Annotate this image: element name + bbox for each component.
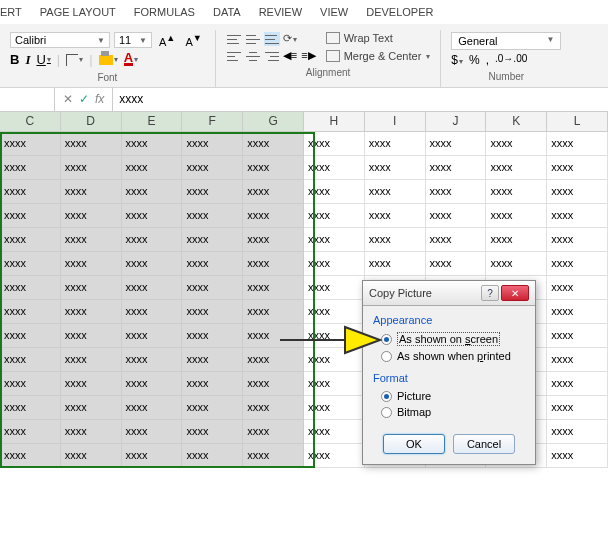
cell[interactable]: xxxx <box>304 420 365 444</box>
font-size-dropdown[interactable]: 11▼ <box>114 32 152 48</box>
align-right-icon[interactable] <box>264 49 280 63</box>
cell[interactable]: xxxx <box>122 276 183 300</box>
cell[interactable]: xxxx <box>304 204 365 228</box>
cell[interactable]: xxxx <box>365 156 426 180</box>
cell[interactable]: xxxx <box>182 396 243 420</box>
cell[interactable]: xxxx <box>122 372 183 396</box>
cell[interactable]: xxxx <box>243 348 304 372</box>
cell[interactable]: xxxx <box>486 132 547 156</box>
tab-data[interactable]: DATA <box>213 6 241 18</box>
cell[interactable]: xxxx <box>304 348 365 372</box>
font-name-dropdown[interactable]: Calibri▼ <box>10 32 110 48</box>
cell[interactable]: xxxx <box>0 444 61 468</box>
cell[interactable]: xxxx <box>426 252 487 276</box>
cell[interactable]: xxxx <box>486 252 547 276</box>
cell[interactable]: xxxx <box>182 444 243 468</box>
cell[interactable]: xxxx <box>0 252 61 276</box>
cell[interactable]: xxxx <box>243 204 304 228</box>
cell[interactable]: xxxx <box>304 252 365 276</box>
cell[interactable]: xxxx <box>365 252 426 276</box>
cell[interactable]: xxxx <box>61 180 122 204</box>
comma-format-button[interactable]: , <box>486 53 489 67</box>
cell[interactable]: xxxx <box>0 420 61 444</box>
increase-font-icon[interactable]: A▲ <box>156 32 178 49</box>
cell[interactable]: xxxx <box>547 300 608 324</box>
cell[interactable]: xxxx <box>304 276 365 300</box>
increase-indent-icon[interactable]: ≡▶ <box>301 49 315 63</box>
cell[interactable]: xxxx <box>182 180 243 204</box>
radio-as-shown-when-printed[interactable]: As shown when printed <box>373 348 525 364</box>
cell[interactable]: xxxx <box>122 324 183 348</box>
cell[interactable]: xxxx <box>122 348 183 372</box>
cell[interactable]: xxxx <box>304 444 365 468</box>
cell[interactable]: xxxx <box>243 372 304 396</box>
cell[interactable]: xxxx <box>122 420 183 444</box>
cell[interactable]: xxxx <box>61 420 122 444</box>
column-header[interactable]: G <box>243 112 304 131</box>
column-header[interactable]: I <box>365 112 426 131</box>
cell[interactable]: xxxx <box>243 420 304 444</box>
cell[interactable]: xxxx <box>547 276 608 300</box>
cell[interactable]: xxxx <box>0 156 61 180</box>
cell[interactable]: xxxx <box>0 396 61 420</box>
cell[interactable]: xxxx <box>547 348 608 372</box>
formula-input[interactable]: xxxx <box>112 88 608 111</box>
cell[interactable]: xxxx <box>547 252 608 276</box>
tab-developer[interactable]: DEVELOPER <box>366 6 433 18</box>
decrease-font-icon[interactable]: A▼ <box>182 32 204 49</box>
cell[interactable]: xxxx <box>547 228 608 252</box>
cell[interactable]: xxxx <box>486 156 547 180</box>
align-top-icon[interactable] <box>226 32 242 46</box>
fill-color-button[interactable]: ▾ <box>99 55 118 65</box>
cell[interactable]: xxxx <box>547 444 608 468</box>
underline-button[interactable]: U▾ <box>36 52 50 67</box>
cell[interactable]: xxxx <box>426 156 487 180</box>
cell[interactable]: xxxx <box>547 420 608 444</box>
cell[interactable]: xxxx <box>547 156 608 180</box>
cell[interactable]: xxxx <box>182 252 243 276</box>
cell[interactable]: xxxx <box>182 132 243 156</box>
cell[interactable]: xxxx <box>122 156 183 180</box>
cell[interactable]: xxxx <box>61 156 122 180</box>
cell[interactable]: xxxx <box>122 300 183 324</box>
cell[interactable]: xxxx <box>486 204 547 228</box>
cancel-button[interactable]: Cancel <box>453 434 515 454</box>
cell[interactable]: xxxx <box>182 204 243 228</box>
cell[interactable]: xxxx <box>61 132 122 156</box>
wrap-text-button[interactable]: Wrap Text <box>326 32 431 44</box>
cell[interactable]: xxxx <box>61 204 122 228</box>
borders-button[interactable]: ▾ <box>66 54 83 66</box>
tab-formulas[interactable]: FORMULAS <box>134 6 195 18</box>
font-color-button[interactable]: A▾ <box>124 53 138 66</box>
cell[interactable]: xxxx <box>547 372 608 396</box>
cell[interactable]: xxxx <box>61 444 122 468</box>
italic-button[interactable]: I <box>25 52 30 68</box>
cell[interactable]: xxxx <box>182 228 243 252</box>
radio-as-shown-on-screen[interactable]: As shown on screen <box>373 330 525 348</box>
cell[interactable]: xxxx <box>547 132 608 156</box>
column-header[interactable]: L <box>547 112 608 131</box>
help-button[interactable]: ? <box>481 285 499 301</box>
cell[interactable]: xxxx <box>304 180 365 204</box>
cell[interactable]: xxxx <box>0 324 61 348</box>
bold-button[interactable]: B <box>10 52 19 67</box>
decrease-indent-icon[interactable]: ◀≡ <box>283 49 297 63</box>
tab-insert[interactable]: ERT <box>0 6 22 18</box>
cell[interactable]: xxxx <box>304 300 365 324</box>
cell[interactable]: xxxx <box>0 276 61 300</box>
cell[interactable]: xxxx <box>547 180 608 204</box>
cell[interactable]: xxxx <box>0 132 61 156</box>
percent-format-button[interactable]: % <box>469 53 480 67</box>
ok-button[interactable]: OK <box>383 434 445 454</box>
fx-icon[interactable]: fx <box>95 92 104 106</box>
cell[interactable]: xxxx <box>182 348 243 372</box>
cell[interactable]: xxxx <box>426 228 487 252</box>
cell[interactable]: xxxx <box>243 228 304 252</box>
cell[interactable]: xxxx <box>182 276 243 300</box>
cell[interactable]: xxxx <box>61 228 122 252</box>
column-header[interactable]: J <box>426 112 487 131</box>
cell[interactable]: xxxx <box>547 204 608 228</box>
align-left-icon[interactable] <box>226 49 242 63</box>
cell[interactable]: xxxx <box>0 228 61 252</box>
cell[interactable]: xxxx <box>61 324 122 348</box>
